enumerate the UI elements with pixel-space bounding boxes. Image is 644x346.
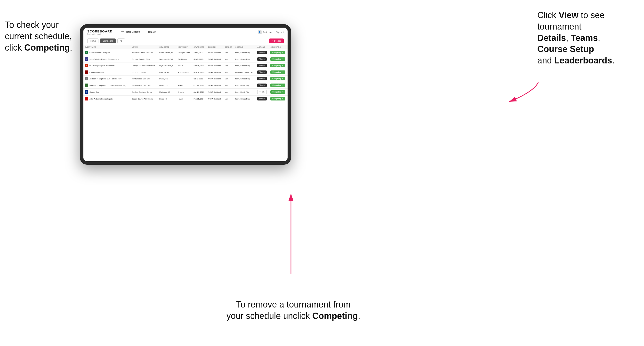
cell-competing[interactable]: Competing ✓ — [269, 62, 288, 69]
col-city: CITY, STATE — [158, 45, 176, 49]
event-name: John A. Burns Intercollegiate — [90, 98, 112, 100]
competing-button[interactable]: Competing ✓ — [270, 57, 285, 61]
cell-start-date: Feb 15, 2024 — [192, 96, 206, 102]
event-name: Folds of Honor Collegiate — [90, 52, 110, 54]
cell-division: NCAA Division I — [206, 62, 223, 69]
cell-gender: Men — [223, 56, 234, 62]
view-button[interactable]: View ⊙ — [257, 51, 267, 54]
col-scoring: SCORING — [234, 45, 256, 49]
cell-competing[interactable]: Competing ✓ — [269, 76, 288, 82]
logo-area: SCOREBOARD Powered by clippi — [87, 29, 112, 35]
view-button[interactable]: View ⊙ — [257, 77, 267, 80]
cell-event-name: H John A. Burns Intercollegiate — [84, 96, 130, 102]
event-name: OFCC Fighting Illini Invitational — [90, 65, 114, 67]
cell-competing[interactable]: Competing ✓ — [269, 56, 288, 62]
competing-button[interactable]: Competing ✓ — [270, 70, 285, 74]
cell-gender: Men — [223, 89, 234, 96]
user-icon: 👤 — [258, 30, 262, 34]
cell-scoring: team, Stroke Play — [234, 96, 256, 102]
tablet: SCOREBOARD Powered by clippi TOURNAMENTS… — [80, 24, 291, 165]
cell-hosted: Washington — [176, 56, 192, 62]
cell-actions[interactable]: View ⊙ — [256, 96, 269, 102]
create-btn[interactable]: + Create — [269, 38, 284, 43]
cell-competing[interactable]: Competing ✓ — [269, 82, 288, 89]
cell-event-name: W 2023 Sahalee Players Championship — [84, 56, 130, 62]
col-event-name: EVENT NAME — [84, 45, 130, 49]
cell-actions[interactable]: View ⊙ — [256, 49, 269, 56]
competing-button[interactable]: Competing ✓ — [270, 97, 285, 101]
cell-competing[interactable]: Competing ✓ — [269, 49, 288, 56]
cell-venue: American Dunes Golf Club — [130, 49, 158, 56]
competing-button[interactable]: Competing ✓ — [270, 84, 285, 87]
team-logo: W — [85, 57, 88, 61]
competing-button[interactable]: Competing ✓ — [270, 77, 285, 80]
competing-button[interactable]: Competing ✓ — [270, 51, 285, 54]
cell-start-date: Oct 11, 2023 — [192, 82, 206, 89]
cell-hosted: Arizona State — [176, 69, 192, 76]
cell-competing[interactable]: Competing ✓ — [269, 69, 288, 76]
cell-city: Dallas, TX — [158, 76, 176, 82]
cell-actions[interactable]: View ⊙ — [256, 69, 269, 76]
cell-division: NCAA Division I — [206, 69, 223, 76]
view-button[interactable]: View ⊙ — [257, 97, 267, 101]
all-filter-btn[interactable]: All — [117, 38, 125, 43]
cell-hosted: Michigan State — [176, 49, 192, 56]
cell-scoring: individual, Stroke Play — [234, 69, 256, 76]
cell-gender: Men — [223, 96, 234, 102]
cell-actions[interactable]: View ⊙ — [256, 82, 269, 89]
topright-annotation: Click View to see tournament Details, Te… — [537, 10, 639, 66]
cell-venue: Sahalee Country Club — [130, 56, 158, 62]
logo-sub: Powered by clippi — [87, 33, 112, 35]
event-name: Copper Cup — [90, 91, 99, 93]
cell-start-date: Sep 9, 2023 — [192, 56, 206, 62]
cell-scoring: team, Match Play — [234, 82, 256, 89]
cell-event-name: P Papago Individual — [84, 69, 130, 76]
cell-event-name: J Jackson T. Stephens Cup – Stroke Play — [84, 76, 130, 82]
table-row: P Papago Individual Papago Golf Club Pho… — [84, 69, 288, 76]
nav-teams[interactable]: TEAMS — [146, 30, 158, 35]
cell-hosted — [176, 76, 192, 82]
view-button[interactable]: View ⊙ — [257, 57, 267, 61]
competing-filter-btn[interactable]: Competing — [100, 38, 116, 43]
competing-button[interactable]: Competing ✓ — [270, 90, 285, 94]
cell-event-name: J Jackson T. Stephens Cup – Men's Match … — [84, 82, 130, 89]
view-button[interactable]: View ⊙ — [257, 84, 267, 87]
view-button[interactable]: View ⊙ — [257, 64, 267, 67]
table-row: J Jackson T. Stephens Cup – Stroke Play … — [84, 76, 288, 82]
cell-actions[interactable]: View ⊙ — [256, 76, 269, 82]
cell-start-date: Oct 9, 2023 — [192, 76, 206, 82]
cell-venue: Trinity Forest Golf Club — [130, 76, 158, 82]
cell-actions[interactable]: ✏ Edit — [256, 89, 269, 96]
cell-division: NCAA Division I — [206, 82, 223, 89]
view-button[interactable]: View ⊙ — [257, 70, 267, 74]
cell-competing[interactable]: Competing ✓ — [269, 89, 288, 96]
home-filter-btn[interactable]: Home — [87, 38, 98, 43]
cell-event-name: A Copper Cup — [84, 89, 130, 96]
cell-gender: Men — [223, 49, 234, 56]
cell-venue: Papago Golf Club — [130, 69, 158, 76]
team-logo: P — [85, 70, 88, 74]
edit-button[interactable]: ✏ Edit — [257, 90, 266, 94]
tablet-screen: SCOREBOARD Powered by clippi TOURNAMENTS… — [84, 28, 288, 161]
nav-bar: SCOREBOARD Powered by clippi TOURNAMENTS… — [84, 28, 288, 37]
cell-scoring: team, Stroke Play — [234, 62, 256, 69]
cell-division: NCAA Division I — [206, 49, 223, 56]
nav-tournaments[interactable]: TOURNAMENTS — [120, 30, 142, 35]
table-row: M Folds of Honor Collegiate American Dun… — [84, 49, 288, 56]
cell-event-name: I OFCC Fighting Illini Invitational — [84, 62, 130, 69]
competing-button[interactable]: Competing ✓ — [270, 64, 285, 67]
col-gender: GENDER — [223, 45, 234, 49]
table-row: H John A. Burns Intercollegiate Ocean Co… — [84, 96, 288, 102]
cell-actions[interactable]: View ⊙ — [256, 62, 269, 69]
cell-scoring: team, Stroke Play — [234, 49, 256, 56]
cell-division: NCAA Division I — [206, 56, 223, 62]
col-venue: VENUE — [130, 45, 158, 49]
cell-city: Sammamish, WA — [158, 56, 176, 62]
cell-event-name: M Folds of Honor Collegiate — [84, 49, 130, 56]
cell-actions[interactable]: View ⊙ — [256, 56, 269, 62]
col-start-date: START DATE — [192, 45, 206, 49]
nav-separator: | — [274, 31, 274, 33]
cell-competing[interactable]: Competing ✓ — [269, 96, 288, 102]
sign-out-link[interactable]: Sign out — [276, 31, 284, 33]
tournaments-table: EVENT NAME VENUE CITY, STATE HOSTED BY S… — [84, 45, 288, 102]
